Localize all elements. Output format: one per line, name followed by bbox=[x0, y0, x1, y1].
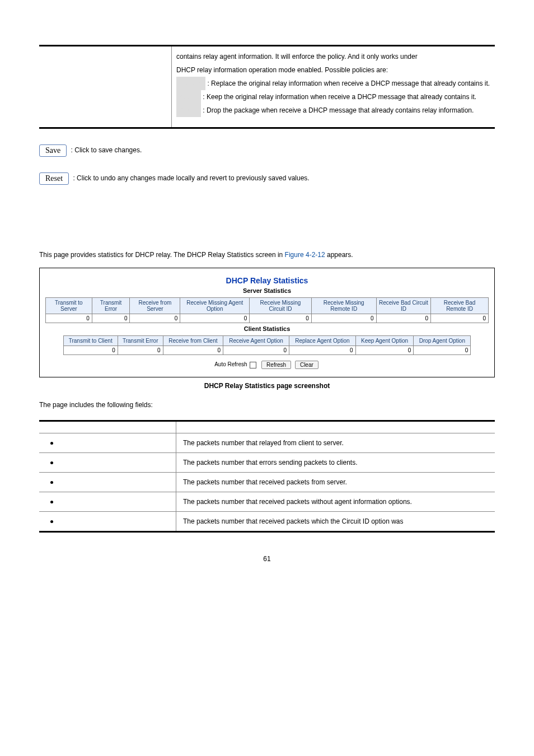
figure-label: DHCP Relay Statistics page screenshot bbox=[204, 382, 330, 390]
client-v3: 0 bbox=[223, 346, 289, 355]
client-h1: Transmit Error bbox=[118, 336, 163, 346]
table-row: The packets number that relayed from cli… bbox=[39, 433, 495, 453]
ss-client-subtitle: Client Statistics bbox=[45, 325, 489, 332]
client-h6: Drop Agent Option bbox=[414, 336, 471, 346]
fields-intro: The page includes the following fields: bbox=[39, 401, 495, 409]
server-v7: 0 bbox=[431, 314, 489, 323]
policy-line1: contains relay agent information. It wil… bbox=[176, 53, 418, 60]
server-h7: Receive Bad Remote ID bbox=[431, 298, 489, 314]
server-header-row: Transmit to Server Transmit Error Receiv… bbox=[46, 298, 489, 314]
figure-ref-link[interactable]: Figure 4-2-12 bbox=[285, 251, 325, 259]
client-v6: 0 bbox=[414, 346, 471, 355]
row1-desc: The packets number that errors sending p… bbox=[176, 453, 495, 473]
clear-button[interactable]: Clear bbox=[295, 361, 318, 369]
server-h3: Receive Missing Agent Option bbox=[180, 298, 250, 314]
client-h5: Keep Agent Option bbox=[355, 336, 414, 346]
ss-controls: Auto Refresh Refresh Clear bbox=[45, 361, 489, 369]
policy-opt-drop-pill: Drop bbox=[176, 104, 201, 117]
save-desc: : Click to save changes. bbox=[71, 146, 142, 154]
client-v5: 0 bbox=[355, 346, 414, 355]
page-number: 61 bbox=[39, 555, 495, 563]
table-row: The packets number that received packets… bbox=[39, 492, 495, 512]
server-stats-table: Transmit to Server Transmit Error Receiv… bbox=[45, 297, 489, 323]
bullet-icon bbox=[50, 501, 53, 503]
intro-text-b: appears. bbox=[325, 251, 353, 259]
row3-desc: The packets number that received packets… bbox=[176, 492, 495, 512]
server-h1: Transmit Error bbox=[92, 298, 130, 314]
row1-left bbox=[39, 453, 176, 473]
client-header-row: Transmit to Client Transmit Error Receiv… bbox=[63, 336, 471, 346]
server-v5: 0 bbox=[311, 314, 376, 323]
refresh-button[interactable]: Refresh bbox=[261, 361, 291, 369]
ss-server-subtitle: Server Statistics bbox=[45, 287, 489, 294]
server-v4: 0 bbox=[250, 314, 311, 323]
policy-desc-table: contains relay agent information. It wil… bbox=[39, 46, 495, 129]
fields-header-right bbox=[176, 421, 495, 433]
figure-caption: DHCP Relay Statistics page screenshot bbox=[39, 382, 495, 390]
auto-refresh-label: Auto Refresh bbox=[214, 361, 247, 367]
client-v4: 0 bbox=[289, 346, 356, 355]
bullet-icon bbox=[50, 442, 53, 445]
server-h6: Receive Bad Circuit ID bbox=[376, 298, 430, 314]
client-h3: Receive Agent Option bbox=[223, 336, 289, 346]
fields-header-left bbox=[39, 421, 176, 433]
policy-opt1: : Replace the original relay information… bbox=[207, 80, 490, 87]
policy-opt2: : Keep the original relay information wh… bbox=[203, 93, 476, 101]
server-v6: 0 bbox=[376, 314, 430, 323]
section-intro: This page provides statistics for DHCP r… bbox=[39, 250, 495, 260]
policy-left-cell bbox=[39, 46, 172, 120]
policy-line2: DHCP relay information operation mode en… bbox=[176, 66, 388, 74]
save-button[interactable]: Save bbox=[39, 144, 67, 157]
bullet-icon bbox=[50, 520, 53, 523]
client-h0: Transmit to Client bbox=[63, 336, 118, 346]
reset-desc: : Click to undo any changes made locally… bbox=[73, 174, 309, 182]
client-v2: 0 bbox=[163, 346, 223, 355]
row3-left bbox=[39, 492, 176, 512]
ss-title: DHCP Relay Statistics bbox=[45, 276, 489, 285]
client-v0: 0 bbox=[63, 346, 118, 355]
row0-left bbox=[39, 433, 176, 453]
reset-button[interactable]: Reset bbox=[39, 172, 69, 185]
server-v1: 0 bbox=[92, 314, 130, 323]
bullet-icon bbox=[50, 481, 53, 484]
policy-right-cell: contains relay agent information. It wil… bbox=[172, 46, 495, 120]
server-h2: Receive from Server bbox=[130, 298, 180, 314]
server-v2: 0 bbox=[130, 314, 180, 323]
table-row: The packets number that errors sending p… bbox=[39, 453, 495, 473]
server-h4: Receive Missing Circuit ID bbox=[250, 298, 311, 314]
client-h4: Replace Agent Option bbox=[289, 336, 356, 346]
row0-desc: The packets number that relayed from cli… bbox=[176, 433, 495, 453]
server-h0: Transmit to Server bbox=[46, 298, 92, 314]
intro-text-a: This page provides statistics for DHCP r… bbox=[39, 251, 285, 259]
policy-opt-keep-pill: Keep bbox=[176, 90, 201, 104]
server-v0: 0 bbox=[46, 314, 92, 323]
dhcp-relay-stats-screenshot: DHCP Relay Statistics Server Statistics … bbox=[39, 268, 495, 377]
page: contains relay agent information. It wil… bbox=[0, 0, 534, 585]
auto-refresh-checkbox[interactable] bbox=[250, 362, 256, 368]
client-stats-table: Transmit to Client Transmit Error Receiv… bbox=[63, 335, 471, 355]
row4-left bbox=[39, 512, 176, 532]
server-data-row: 0 0 0 0 0 0 0 0 bbox=[46, 314, 489, 323]
row2-left bbox=[39, 473, 176, 492]
fields-table: The packets number that relayed from cli… bbox=[39, 420, 495, 533]
server-h5: Receive Missing Remote ID bbox=[311, 298, 376, 314]
reset-line: Reset : Click to undo any changes made l… bbox=[39, 172, 495, 185]
table-row: The packets number that received packets… bbox=[39, 473, 495, 492]
table-row: The packets number that received packets… bbox=[39, 512, 495, 532]
client-v1: 0 bbox=[118, 346, 163, 355]
row2-desc: The packets number that received packets… bbox=[176, 473, 495, 492]
client-data-row: 0 0 0 0 0 0 0 bbox=[63, 346, 471, 355]
policy-opt3: : Drop the package when receive a DHCP m… bbox=[203, 106, 474, 114]
bullet-icon bbox=[50, 461, 53, 464]
row4-desc: The packets number that received packets… bbox=[176, 512, 495, 532]
server-v3: 0 bbox=[180, 314, 250, 323]
client-h2: Receive from Client bbox=[163, 336, 223, 346]
save-line: Save : Click to save changes. bbox=[39, 144, 495, 157]
policy-opt-replace-pill: Replace bbox=[176, 77, 205, 90]
